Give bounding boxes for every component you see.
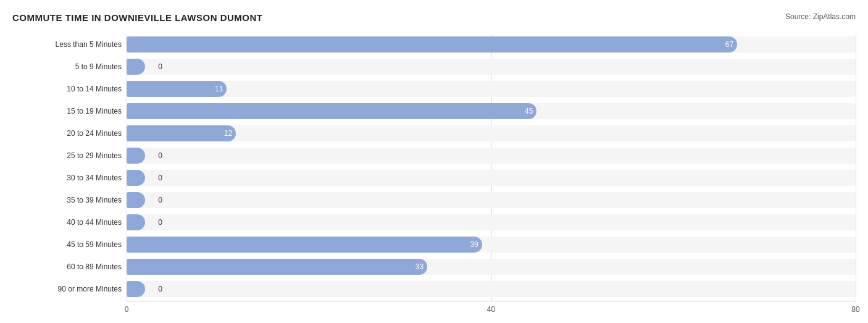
bar-fill: 0 [127,148,145,164]
bar-value: 0 [158,196,162,204]
bar-label: 35 to 39 Minutes [12,196,127,204]
bar-value: 67 [725,40,733,49]
bar-fill: 12 [127,125,236,141]
bar-container: 12 [127,125,856,141]
bar-container: 0 [127,192,856,208]
bar-container: 39 [127,237,856,253]
bar-value: 12 [224,129,232,138]
chart-header: COMMUTE TIME IN DOWNIEVILLE LAWSON DUMON… [12,12,856,23]
x-axis-tick: 80 [851,305,859,314]
x-axis-line [127,301,856,301]
bar-label: 20 to 24 Minutes [12,129,127,138]
bar-container: 0 [127,59,856,75]
bar-fill: 39 [127,237,482,253]
bar-label: 15 to 19 Minutes [12,107,127,115]
bar-row: 10 to 14 Minutes11 [12,78,856,99]
x-axis: 04080 [127,305,856,317]
bar-fill: 45 [127,103,536,119]
bar-value: 0 [158,151,162,160]
bar-label: 90 or more Minutes [12,285,127,293]
bar-row: 20 to 24 Minutes12 [12,123,856,144]
bar-row: 25 to 29 Minutes0 [12,145,856,166]
bar-value: 33 [415,262,424,271]
bars-container: Less than 5 Minutes675 to 9 Minutes010 t… [12,34,856,300]
x-axis-tick: 0 [125,305,129,314]
bar-row: 45 to 59 Minutes39 [12,234,856,255]
bar-label: 45 to 59 Minutes [12,240,127,249]
bar-row: 35 to 39 Minutes0 [12,190,856,211]
bar-container: 0 [127,148,856,164]
bar-row: 5 to 9 Minutes0 [12,56,856,77]
bar-container: 0 [127,281,856,297]
bar-row: Less than 5 Minutes67 [12,34,856,55]
bar-fill: 0 [127,170,145,186]
bar-value: 0 [158,62,162,71]
bar-value: 0 [158,285,162,293]
bar-label: 5 to 9 Minutes [12,62,127,71]
bar-value: 0 [158,174,162,182]
chart-title: COMMUTE TIME IN DOWNIEVILLE LAWSON DUMON… [12,12,262,23]
bar-label: Less than 5 Minutes [12,40,127,49]
bar-container: 0 [127,214,856,230]
chart-wrapper: COMMUTE TIME IN DOWNIEVILLE LAWSON DUMON… [12,12,856,317]
chart-area: Less than 5 Minutes675 to 9 Minutes010 t… [12,34,856,317]
bar-label: 60 to 89 Minutes [12,262,127,271]
bar-value: 0 [158,218,162,227]
bar-fill: 0 [127,214,145,230]
x-axis-tick: 40 [487,305,495,314]
bar-container: 11 [127,81,856,97]
bar-label: 30 to 34 Minutes [12,174,127,182]
bar-label: 25 to 29 Minutes [12,151,127,160]
bar-container: 67 [127,36,856,52]
bar-container: 45 [127,103,856,119]
bar-value: 45 [525,107,533,115]
bar-row: 90 or more Minutes0 [12,279,856,300]
bar-container: 0 [127,170,856,186]
bar-fill: 0 [127,192,145,208]
bar-fill: 11 [127,81,227,97]
bar-row: 30 to 34 Minutes0 [12,167,856,188]
bar-label: 40 to 44 Minutes [12,218,127,227]
bar-fill: 0 [127,59,145,75]
grid-line [856,34,856,301]
bar-value: 11 [215,85,223,93]
bar-fill: 67 [127,36,737,52]
bar-row: 60 to 89 Minutes33 [12,256,856,277]
source-text: Source: ZipAtlas.com [785,12,856,21]
bar-container: 33 [127,259,856,275]
bar-fill: 33 [127,259,427,275]
bar-value: 39 [470,240,478,249]
bar-row: 15 to 19 Minutes45 [12,101,856,122]
bar-label: 10 to 14 Minutes [12,85,127,93]
bar-fill: 0 [127,281,145,297]
bar-row: 40 to 44 Minutes0 [12,212,856,233]
